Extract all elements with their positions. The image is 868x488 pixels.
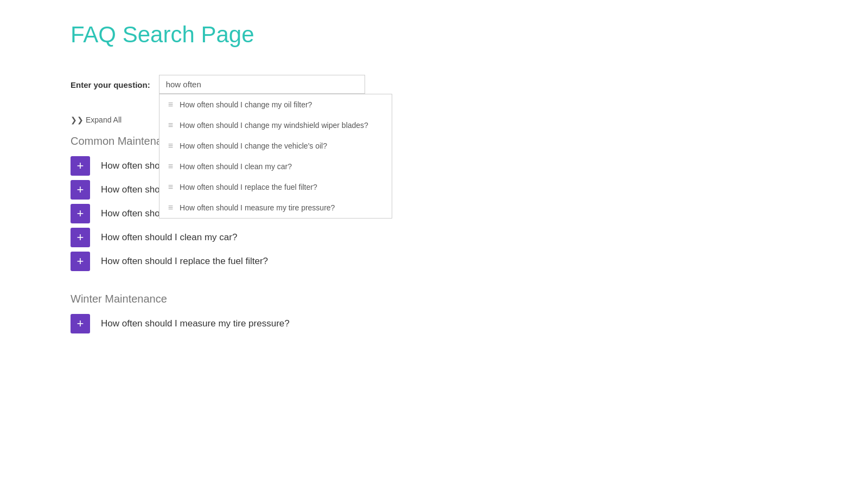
- autocomplete-item[interactable]: How often should I change my windshield …: [159, 115, 392, 136]
- faq-toggle-button[interactable]: +: [71, 180, 90, 200]
- autocomplete-item[interactable]: How often should I replace the fuel filt…: [159, 177, 392, 197]
- faq-toggle-button[interactable]: +: [71, 228, 90, 247]
- expand-all-chevron-icon: ❯❯: [71, 115, 84, 124]
- faq-question-text: How often should I replace the fuel filt…: [101, 256, 268, 267]
- category-title: Winter Maintenance: [71, 293, 797, 305]
- plus-icon: +: [77, 232, 84, 243]
- search-input-wrapper: How often should I change my oil filter?…: [159, 75, 365, 94]
- search-section: Enter your question: How often should I …: [71, 75, 797, 94]
- faq-toggle-button[interactable]: +: [71, 156, 90, 176]
- faq-toggle-button[interactable]: +: [71, 314, 90, 333]
- autocomplete-item[interactable]: How often should I measure my tire press…: [159, 197, 392, 218]
- plus-icon: +: [77, 184, 84, 196]
- plus-icon: +: [77, 255, 84, 267]
- faq-question-text: How often should I measure my tire press…: [101, 318, 290, 329]
- faq-item[interactable]: +How often should I replace the fuel fil…: [71, 252, 797, 271]
- expand-all-label: Expand All: [86, 115, 122, 124]
- autocomplete-item[interactable]: How often should I change my oil filter?: [159, 94, 392, 115]
- plus-icon: +: [77, 318, 84, 330]
- faq-toggle-button[interactable]: +: [71, 252, 90, 271]
- autocomplete-item[interactable]: How often should I change the vehicle's …: [159, 136, 392, 156]
- faq-item[interactable]: +How often should I measure my tire pres…: [71, 314, 797, 333]
- plus-icon: +: [77, 208, 84, 220]
- search-label: Enter your question:: [71, 80, 150, 89]
- faq-toggle-button[interactable]: +: [71, 204, 90, 223]
- category-section: Winter Maintenance+How often should I me…: [71, 293, 797, 333]
- plus-icon: +: [77, 160, 84, 172]
- expand-all-button[interactable]: ❯❯ Expand All: [71, 115, 122, 124]
- faq-question-text: How often should I clean my car?: [101, 232, 237, 243]
- autocomplete-item[interactable]: How often should I clean my car?: [159, 156, 392, 177]
- autocomplete-dropdown: How often should I change my oil filter?…: [159, 94, 392, 219]
- page-title: FAQ Search Page: [71, 22, 797, 48]
- faq-item[interactable]: +How often should I clean my car?: [71, 228, 797, 247]
- search-input[interactable]: [159, 75, 365, 94]
